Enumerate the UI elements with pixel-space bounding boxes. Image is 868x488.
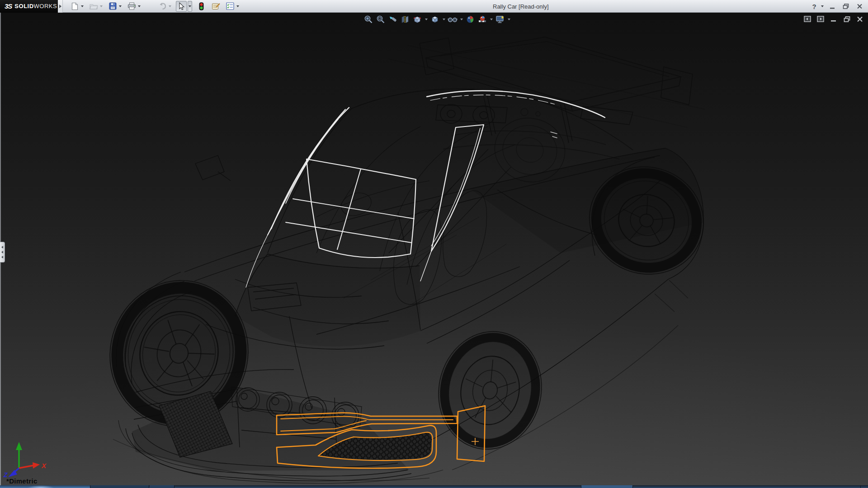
view-settings-icon [495, 15, 505, 24]
minimize-document-icon [830, 16, 837, 22]
document-window-controls [803, 15, 864, 23]
display-style-icon [430, 15, 439, 24]
apply-scene-icon [478, 15, 487, 24]
previous-view-button[interactable] [387, 14, 398, 25]
select-tool-button[interactable] [176, 1, 187, 12]
zoom-to-fit-button[interactable] [363, 14, 374, 25]
print-document-dropdown[interactable] [137, 1, 142, 12]
main-toolbar [69, 0, 240, 13]
taskbar-sliver [0, 485, 868, 488]
display-style-dropdown[interactable] [442, 14, 446, 25]
expand-right-pane-button[interactable] [816, 15, 825, 23]
new-document-dropdown[interactable] [80, 1, 85, 12]
front-right-wheel [428, 322, 552, 459]
comment-pad-button[interactable] [210, 1, 221, 12]
save-document-button[interactable] [107, 1, 118, 12]
dassault-logo-mark: 3S [5, 2, 12, 10]
close-document-button[interactable] [855, 15, 864, 23]
taskbar-segment [150, 485, 175, 488]
open-document-button[interactable] [88, 1, 99, 12]
comment-pad-icon [212, 2, 220, 10]
view-orientation-label: *Dimetric [6, 477, 38, 485]
open-folder-icon [90, 3, 98, 10]
taskbar-glow [27, 485, 54, 488]
stoplight-button[interactable] [196, 1, 207, 12]
view-settings-dropdown[interactable] [507, 14, 511, 25]
stoplight-icon [199, 2, 204, 10]
zoom-to-fit-icon [364, 15, 373, 24]
chevron-left-icon [1, 256, 3, 258]
options-list-button[interactable] [225, 1, 236, 12]
select-tool-dropdown[interactable] [188, 1, 192, 12]
minimize-document-button[interactable] [829, 15, 838, 23]
restore-icon [843, 4, 849, 9]
printer-icon [127, 2, 136, 10]
brand-bold: SOLID [14, 3, 33, 9]
chevron-right-icon [59, 5, 61, 8]
save-document-dropdown[interactable] [118, 1, 123, 12]
headsup-view-toolbar [363, 14, 511, 25]
restore-document-button[interactable] [842, 15, 851, 23]
close-icon [857, 4, 863, 9]
help-dropdown[interactable] [820, 1, 825, 12]
new-document-icon [71, 2, 79, 10]
section-view-icon [401, 15, 410, 24]
brand-light: WORKS [34, 3, 57, 9]
section-view-button[interactable] [400, 14, 410, 25]
taskbar-segment [581, 485, 633, 488]
undo-dropdown[interactable] [168, 1, 172, 12]
hide-show-items-button[interactable] [447, 14, 458, 25]
pane-arrow-left-icon [804, 16, 811, 22]
hide-show-items-dropdown[interactable] [459, 14, 463, 25]
pane-arrow-right-icon [817, 16, 824, 22]
solidworks-window: 3S SOLIDWORKS [0, 0, 868, 488]
undo-arrow-icon [158, 2, 167, 10]
glasses-icon [448, 15, 458, 24]
display-style-button[interactable] [429, 14, 440, 25]
zoom-to-area-button[interactable] [375, 14, 386, 25]
apply-scene-button[interactable] [477, 14, 488, 25]
previous-view-icon [388, 15, 397, 24]
print-document-button[interactable] [126, 1, 137, 12]
new-document-button[interactable] [69, 1, 80, 12]
appearance-ball-icon [466, 15, 475, 24]
rear-wing-wireframe [420, 37, 693, 159]
view-orientation-button[interactable] [412, 14, 423, 25]
taskbar-divider [860, 485, 861, 488]
checklist-icon [226, 2, 234, 10]
triad-x-axis: X [19, 462, 47, 469]
orientation-triad: X Z [2, 440, 52, 482]
chevron-left-icon [1, 246, 3, 249]
restore-button[interactable] [840, 1, 852, 11]
close-button[interactable] [854, 1, 865, 11]
open-document-dropdown[interactable] [99, 1, 104, 12]
window-title: Rally Car [Read-only] [493, 3, 549, 10]
options-list-dropdown[interactable] [236, 1, 240, 12]
close-document-icon [857, 16, 863, 22]
minimize-icon [830, 4, 835, 9]
roof-details [436, 104, 633, 125]
undo-button[interactable] [157, 1, 168, 12]
help-button[interactable]: ? [810, 3, 818, 10]
cursor-arrow-icon [178, 2, 185, 10]
triad-x-label: X [41, 462, 47, 469]
view-orientation-dropdown[interactable] [424, 14, 428, 25]
view-orientation-icon [413, 15, 422, 24]
edit-appearance-button[interactable] [465, 14, 476, 25]
view-settings-button[interactable] [495, 14, 505, 25]
triad-y-axis [16, 442, 22, 468]
window-controls: ? [810, 0, 865, 13]
model-scene[interactable] [0, 13, 868, 488]
graphics-viewport[interactable]: X Z *Dimetric [0, 13, 868, 488]
solidworks-logo: 3S SOLIDWORKS [0, 0, 58, 13]
save-floppy-icon [109, 2, 117, 10]
restore-document-icon [844, 16, 850, 22]
minimize-button[interactable] [826, 1, 838, 11]
chevron-left-icon [1, 251, 3, 253]
apply-scene-dropdown[interactable] [489, 14, 493, 25]
zoom-to-area-icon [376, 15, 385, 24]
collapse-left-pane-button[interactable] [803, 15, 812, 23]
menu-expander-button[interactable] [58, 0, 63, 13]
feature-panel-collapse-tab[interactable] [0, 242, 5, 263]
taskbar-segment [90, 485, 149, 488]
